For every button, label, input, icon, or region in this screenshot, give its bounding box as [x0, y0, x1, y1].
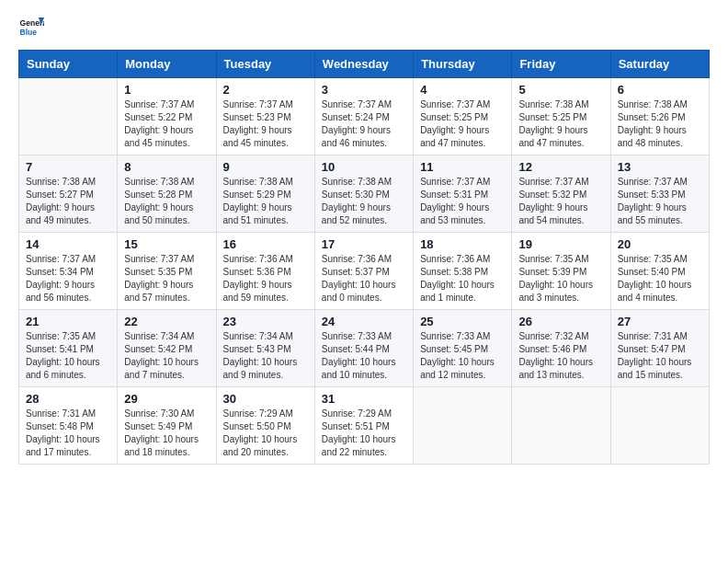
calendar-cell: 31Sunrise: 7:29 AMSunset: 5:51 PMDayligh…	[314, 387, 413, 465]
calendar-cell: 5Sunrise: 7:38 AMSunset: 5:25 PMDaylight…	[512, 78, 610, 155]
day-number: 2	[223, 83, 308, 97]
calendar-cell: 24Sunrise: 7:33 AMSunset: 5:44 PMDayligh…	[314, 310, 413, 387]
day-number: 17	[322, 237, 406, 251]
day-info: Sunrise: 7:38 AMSunset: 5:27 PMDaylight:…	[26, 176, 110, 227]
col-monday: Monday	[118, 51, 216, 78]
calendar-cell	[512, 387, 610, 465]
day-info: Sunrise: 7:35 AMSunset: 5:40 PMDaylight:…	[618, 253, 702, 304]
day-info: Sunrise: 7:37 AMSunset: 5:32 PMDaylight:…	[518, 176, 603, 227]
day-number: 19	[518, 237, 603, 251]
calendar-cell: 23Sunrise: 7:34 AMSunset: 5:43 PMDayligh…	[216, 310, 314, 387]
day-info: Sunrise: 7:37 AMSunset: 5:22 PMDaylight:…	[124, 98, 209, 150]
calendar-cell: 17Sunrise: 7:36 AMSunset: 5:37 PMDayligh…	[314, 233, 413, 310]
day-info: Sunrise: 7:36 AMSunset: 5:36 PMDaylight:…	[223, 253, 308, 304]
day-info: Sunrise: 7:34 AMSunset: 5:42 PMDaylight:…	[124, 330, 209, 382]
day-number: 5	[518, 83, 603, 97]
day-info: Sunrise: 7:38 AMSunset: 5:28 PMDaylight:…	[124, 176, 209, 227]
day-info: Sunrise: 7:29 AMSunset: 5:51 PMDaylight:…	[322, 408, 406, 459]
day-info: Sunrise: 7:37 AMSunset: 5:24 PMDaylight:…	[322, 98, 406, 150]
calendar-cell: 25Sunrise: 7:33 AMSunset: 5:45 PMDayligh…	[414, 310, 512, 387]
calendar-cell: 8Sunrise: 7:38 AMSunset: 5:28 PMDaylight…	[118, 155, 216, 233]
calendar-cell: 3Sunrise: 7:37 AMSunset: 5:24 PMDaylight…	[314, 78, 413, 155]
svg-text:Blue: Blue	[20, 28, 38, 37]
day-number: 12	[518, 160, 603, 174]
calendar-week-row: 28Sunrise: 7:31 AMSunset: 5:48 PMDayligh…	[19, 387, 710, 465]
col-sunday: Sunday	[19, 51, 118, 78]
day-info: Sunrise: 7:37 AMSunset: 5:33 PMDaylight:…	[618, 176, 702, 227]
day-info: Sunrise: 7:31 AMSunset: 5:48 PMDaylight:…	[26, 408, 110, 459]
calendar-cell: 1Sunrise: 7:37 AMSunset: 5:22 PMDaylight…	[118, 78, 216, 155]
calendar-cell: 29Sunrise: 7:30 AMSunset: 5:49 PMDayligh…	[118, 387, 216, 465]
day-info: Sunrise: 7:36 AMSunset: 5:37 PMDaylight:…	[322, 253, 406, 304]
calendar-cell: 6Sunrise: 7:38 AMSunset: 5:26 PMDaylight…	[610, 78, 709, 155]
day-number: 29	[124, 392, 209, 406]
calendar-table: Sunday Monday Tuesday Wednesday Thursday…	[18, 50, 710, 465]
day-info: Sunrise: 7:38 AMSunset: 5:30 PMDaylight:…	[322, 176, 406, 227]
day-number: 27	[618, 315, 702, 328]
col-wednesday: Wednesday	[314, 51, 413, 78]
header: General Blue	[18, 15, 710, 40]
day-info: Sunrise: 7:37 AMSunset: 5:34 PMDaylight:…	[26, 253, 110, 304]
day-number: 1	[124, 83, 209, 97]
calendar-cell: 15Sunrise: 7:37 AMSunset: 5:35 PMDayligh…	[118, 233, 216, 310]
col-saturday: Saturday	[610, 51, 709, 78]
calendar-cell: 2Sunrise: 7:37 AMSunset: 5:23 PMDaylight…	[216, 78, 314, 155]
day-number: 4	[420, 83, 505, 97]
day-info: Sunrise: 7:34 AMSunset: 5:43 PMDaylight:…	[223, 330, 308, 382]
day-number: 28	[26, 392, 110, 406]
calendar-cell: 4Sunrise: 7:37 AMSunset: 5:25 PMDaylight…	[414, 78, 512, 155]
day-number: 13	[618, 160, 702, 174]
day-number: 15	[124, 237, 209, 251]
calendar-cell: 27Sunrise: 7:31 AMSunset: 5:47 PMDayligh…	[610, 310, 709, 387]
calendar-cell: 13Sunrise: 7:37 AMSunset: 5:33 PMDayligh…	[610, 155, 709, 233]
calendar-week-row: 14Sunrise: 7:37 AMSunset: 5:34 PMDayligh…	[19, 233, 710, 310]
day-number: 23	[223, 315, 308, 328]
day-info: Sunrise: 7:32 AMSunset: 5:46 PMDaylight:…	[518, 330, 603, 382]
logo-icon: General Blue	[18, 15, 44, 40]
day-number: 10	[322, 160, 406, 174]
calendar-week-row: 1Sunrise: 7:37 AMSunset: 5:22 PMDaylight…	[19, 78, 710, 155]
day-number: 25	[420, 315, 505, 328]
day-info: Sunrise: 7:35 AMSunset: 5:39 PMDaylight:…	[518, 253, 603, 304]
calendar-cell: 21Sunrise: 7:35 AMSunset: 5:41 PMDayligh…	[19, 310, 118, 387]
day-info: Sunrise: 7:38 AMSunset: 5:29 PMDaylight:…	[223, 176, 308, 227]
calendar-cell: 22Sunrise: 7:34 AMSunset: 5:42 PMDayligh…	[118, 310, 216, 387]
calendar-cell: 14Sunrise: 7:37 AMSunset: 5:34 PMDayligh…	[19, 233, 118, 310]
col-tuesday: Tuesday	[216, 51, 314, 78]
calendar-cell: 19Sunrise: 7:35 AMSunset: 5:39 PMDayligh…	[512, 233, 610, 310]
day-number: 18	[420, 237, 505, 251]
calendar-cell: 20Sunrise: 7:35 AMSunset: 5:40 PMDayligh…	[610, 233, 709, 310]
day-number: 3	[322, 83, 406, 97]
day-info: Sunrise: 7:36 AMSunset: 5:38 PMDaylight:…	[420, 253, 505, 304]
day-number: 7	[26, 160, 110, 174]
calendar-cell: 28Sunrise: 7:31 AMSunset: 5:48 PMDayligh…	[19, 387, 118, 465]
calendar-cell	[414, 387, 512, 465]
logo: General Blue	[18, 15, 44, 40]
day-info: Sunrise: 7:37 AMSunset: 5:35 PMDaylight:…	[124, 253, 209, 304]
day-info: Sunrise: 7:33 AMSunset: 5:44 PMDaylight:…	[322, 330, 406, 382]
calendar-cell: 26Sunrise: 7:32 AMSunset: 5:46 PMDayligh…	[512, 310, 610, 387]
calendar-week-row: 7Sunrise: 7:38 AMSunset: 5:27 PMDaylight…	[19, 155, 710, 233]
day-number: 24	[322, 315, 406, 328]
day-number: 30	[223, 392, 308, 406]
day-info: Sunrise: 7:38 AMSunset: 5:26 PMDaylight:…	[618, 98, 702, 150]
day-info: Sunrise: 7:37 AMSunset: 5:31 PMDaylight:…	[420, 176, 505, 227]
calendar-week-row: 21Sunrise: 7:35 AMSunset: 5:41 PMDayligh…	[19, 310, 710, 387]
day-number: 16	[223, 237, 308, 251]
day-number: 21	[26, 315, 110, 328]
day-number: 26	[518, 315, 603, 328]
day-number: 11	[420, 160, 505, 174]
day-number: 9	[223, 160, 308, 174]
day-number: 14	[26, 237, 110, 251]
calendar-cell: 12Sunrise: 7:37 AMSunset: 5:32 PMDayligh…	[512, 155, 610, 233]
calendar-cell: 9Sunrise: 7:38 AMSunset: 5:29 PMDaylight…	[216, 155, 314, 233]
calendar-cell: 10Sunrise: 7:38 AMSunset: 5:30 PMDayligh…	[314, 155, 413, 233]
calendar-cell	[610, 387, 709, 465]
calendar-cell: 11Sunrise: 7:37 AMSunset: 5:31 PMDayligh…	[414, 155, 512, 233]
day-number: 22	[124, 315, 209, 328]
day-number: 8	[124, 160, 209, 174]
calendar-cell: 18Sunrise: 7:36 AMSunset: 5:38 PMDayligh…	[414, 233, 512, 310]
day-info: Sunrise: 7:38 AMSunset: 5:25 PMDaylight:…	[518, 98, 603, 150]
calendar-cell: 16Sunrise: 7:36 AMSunset: 5:36 PMDayligh…	[216, 233, 314, 310]
calendar-cell	[19, 78, 118, 155]
